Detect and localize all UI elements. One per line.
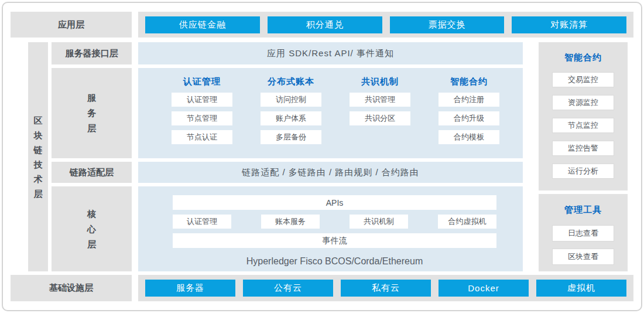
side-item: 监控告警 [552,141,614,156]
node-private-cloud: 私有云 [341,280,431,297]
side-item: 交易监控 [552,72,614,87]
blockchain-tech-layer-text: 区块链技术层 [33,113,43,201]
service-item: 节点管理 [172,111,232,125]
infrastructure-layer-strip: 服务器 公有云 私有云 Docker 虚拟机 [138,275,633,301]
core-layer-label: 核心层 [52,186,132,271]
blockchain-tech-layer-label: 区块链技术层 [28,42,48,271]
service-item: 账户体系 [261,111,321,125]
service-column-header: 分布式账本 [261,75,321,88]
service-layer-text: 服务层 [87,90,97,136]
node-reconciliation-clearing: 对账清算 [512,16,626,33]
app-layer-strip: 供应链金融 积分通兑 票据交换 对账清算 [138,12,633,38]
side-item: 节点监控 [552,118,614,133]
service-item: 共识分区 [350,111,410,125]
link-adapter-content: 链路适配 / 多链路由 / 路由规则 / 合约路由 [138,162,523,183]
management-tools-panel-header: 管理工具 [539,203,628,217]
core-apis-bar: APIs [173,195,496,210]
side-item: 运行分析 [552,164,614,179]
service-layer-panel: 认证管理 认证管理 节点管理 节点认证 分布式账本 访问控制 账户体系 多层备份… [138,68,523,158]
service-item: 多层备份 [261,130,321,144]
blockchain-architecture-diagram: 应用层 供应链金融 积分通兑 票据交换 对账清算 区块链技术层 服务器接口层 服… [0,0,644,313]
service-item: 节点认证 [172,130,232,144]
service-item: 访问控制 [261,93,321,107]
app-layer-label: 应用层 [11,12,132,38]
service-item: 认证管理 [172,93,232,107]
management-tools-panel: 管理工具 日志查看 区块查看 [539,194,628,271]
side-item: 区块查看 [552,249,614,265]
smart-contract-panel: 智能合约 交易监控 资源监控 节点监控 监控告警 运行分析 [539,42,628,190]
smart-contract-panel-header: 智能合约 [539,50,628,64]
node-bill-exchange: 票据交换 [390,16,505,33]
core-platforms-text: Hyperledger Fisco BCOS/Corda/Ethereum [173,254,496,268]
service-item: 合约升级 [439,111,499,125]
server-interface-content: 应用 SDK/Rest API/ 事件通知 [138,42,523,64]
core-module: 账本服务 [261,215,320,229]
node-virtual-machine: 虚拟机 [536,280,626,297]
core-layer-text: 核心层 [87,206,97,252]
service-column-ledger: 分布式账本 访问控制 账户体系 多层备份 [261,68,321,158]
core-event-stream-bar: 事件流 [173,233,496,248]
core-module: 认证管理 [173,215,231,229]
core-module: 共识机制 [350,215,408,229]
node-server: 服务器 [145,280,235,297]
service-column-auth: 认证管理 认证管理 节点管理 节点认证 [172,68,232,158]
service-item: 合约注册 [439,93,499,107]
side-item: 资源监控 [552,95,614,110]
node-public-cloud: 公有云 [243,280,333,297]
service-item: 合约模板 [439,130,499,144]
service-column-header: 共识机制 [350,75,410,88]
service-column-smart-contract: 智能合约 合约注册 合约升级 合约模板 [439,68,499,158]
link-adapter-layer-label: 链路适配层 [52,162,132,183]
service-item: 共识管理 [350,93,410,107]
server-interface-layer-label: 服务器接口层 [52,42,132,64]
service-column-header: 智能合约 [439,75,499,88]
node-docker: Docker [439,280,529,297]
core-module: 合约虚拟机 [438,215,496,229]
service-column-consensus: 共识机制 共识管理 共识分区 [350,68,410,158]
core-layer-panel: APIs 认证管理 账本服务 共识机制 合约虚拟机 事件流 Hyperledge… [138,186,523,271]
service-layer-label: 服务层 [52,68,132,158]
infrastructure-layer-label: 基础设施层 [11,275,132,301]
service-column-header: 认证管理 [172,75,232,88]
core-modules-row: 认证管理 账本服务 共识机制 合约虚拟机 [173,215,496,229]
node-points-exchange: 积分通兑 [268,16,382,33]
side-item: 日志查看 [552,225,614,241]
node-supply-chain-finance: 供应链金融 [145,16,260,33]
